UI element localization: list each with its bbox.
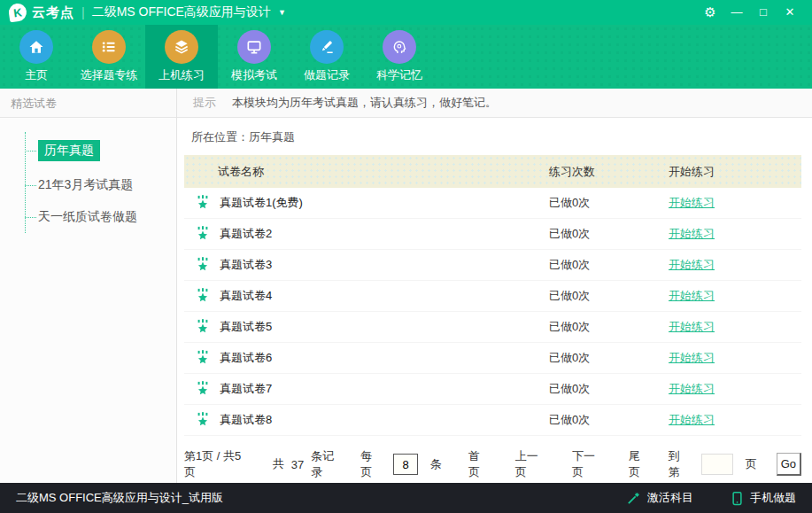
- practice-count: 已做0次: [549, 288, 669, 304]
- tree-item-past-papers[interactable]: 历年真题: [26, 132, 176, 169]
- stack-icon: [165, 30, 198, 64]
- start-practice-link[interactable]: 开始练习: [669, 413, 715, 426]
- nav-label: 做题记录: [304, 67, 350, 83]
- main-navbar: 主页 选择题专练 上机练习 模拟考试 做题记录: [0, 25, 812, 89]
- table-row: 真题试卷7 已做0次 开始练习: [184, 374, 801, 405]
- pagination-bar: 第1页 / 共5页 共 37 条记录 每页 条 首页 上一页 下一页 尾页 到第…: [184, 448, 801, 480]
- list-icon: [92, 30, 126, 64]
- prev-page-button[interactable]: 上一页: [515, 448, 545, 480]
- nav-item-memory[interactable]: 科学记忆: [363, 25, 436, 89]
- paper-name: 真题试卷2: [220, 226, 272, 242]
- titlebar: K 云考点 | 二级MS OFFICE高级应用与设计 ▼ ⚙ — □ ✕: [0, 0, 812, 25]
- hint-label: 提示: [193, 95, 216, 111]
- header-practice-count: 练习次数: [549, 164, 669, 180]
- paper-name: 真题试卷1(免费): [220, 195, 303, 211]
- page-info: 第1页 / 共5页: [184, 448, 244, 480]
- paper-name: 真题试卷3: [220, 257, 272, 273]
- nav-item-mock-exam[interactable]: 模拟考试: [218, 25, 290, 89]
- logo-text: 云考点: [32, 4, 74, 21]
- next-page-button[interactable]: 下一页: [572, 448, 602, 480]
- star-medal-icon: [195, 195, 211, 211]
- nav-label: 模拟考试: [231, 67, 277, 83]
- app-window: K 云考点 | 二级MS OFFICE高级应用与设计 ▼ ⚙ — □ ✕ 主页 …: [0, 0, 812, 513]
- star-medal-icon: [195, 350, 211, 366]
- mobile-practice-label: 手机做题: [750, 490, 796, 506]
- header-start-practice: 开始练习: [669, 164, 801, 180]
- tree-item-label: 天一纸质试卷做题: [38, 209, 137, 225]
- per-page-prefix: 每页: [360, 448, 381, 480]
- header-paper-name: 试卷名称: [184, 164, 549, 180]
- paper-name: 真题试卷8: [220, 412, 272, 428]
- start-practice-link[interactable]: 开始练习: [669, 258, 715, 271]
- app-title: 二级MS OFFICE高级应用与设计: [92, 4, 271, 20]
- main-panel: 提示 本模块均为历年考试真题，请认真练习，做好笔记。 所在位置：历年真题 试卷名…: [177, 89, 812, 483]
- monitor-icon: [237, 30, 271, 64]
- breadcrumb: 所在位置：历年真题: [191, 129, 812, 145]
- paper-name: 真题试卷4: [220, 288, 272, 304]
- content-area: 精选试卷 历年真题 21年3月考试真题 天一纸质试卷做题 提示 本模块均为历年考…: [0, 89, 812, 483]
- goto-prefix: 到第: [669, 448, 689, 480]
- practice-count: 已做0次: [549, 319, 669, 335]
- hint-text: 本模块均为历年考试真题，请认真练习，做好笔记。: [232, 95, 497, 111]
- nav-item-computer-practice[interactable]: 上机练习: [145, 25, 218, 89]
- star-medal-icon: [195, 226, 211, 242]
- start-practice-link[interactable]: 开始练习: [669, 227, 715, 240]
- mobile-practice-button[interactable]: 手机做题: [731, 490, 796, 506]
- phone-icon: [731, 491, 744, 506]
- table-row: 真题试卷6 已做0次 开始练习: [184, 343, 801, 374]
- papers-table: 试卷名称 练习次数 开始练习 真题试卷1(免费) 已做0次 开始练习 真题试卷2…: [184, 155, 801, 436]
- go-button[interactable]: Go: [777, 453, 801, 476]
- first-page-button[interactable]: 首页: [468, 448, 489, 480]
- star-medal-icon: [195, 257, 211, 273]
- title-separator: |: [81, 5, 85, 19]
- star-medal-icon: [195, 288, 211, 304]
- paper-name: 真题试卷7: [220, 381, 272, 397]
- per-page-suffix: 条: [430, 456, 442, 472]
- records-suffix: 条记录: [311, 448, 341, 480]
- maximize-button[interactable]: □: [750, 0, 777, 25]
- total-prefix: 共: [273, 456, 284, 472]
- tree-item-tianyi-paper[interactable]: 天一纸质试卷做题: [26, 201, 176, 233]
- minimize-button[interactable]: —: [723, 0, 750, 25]
- nav-item-home[interactable]: 主页: [0, 25, 73, 89]
- nav-item-records[interactable]: 做题记录: [290, 25, 363, 89]
- practice-count: 已做0次: [549, 381, 669, 397]
- tree-item-label: 21年3月考试真题: [38, 177, 133, 193]
- nav-label: 选择题专练: [81, 67, 138, 83]
- per-page-input[interactable]: [393, 454, 418, 475]
- table-row: 真题试卷3 已做0次 开始练习: [184, 250, 801, 281]
- start-practice-link[interactable]: 开始练习: [669, 320, 715, 333]
- start-practice-link[interactable]: 开始练习: [669, 351, 715, 364]
- nav-label: 主页: [25, 67, 48, 83]
- status-left-text: 二级MS OFFICE高级应用与设计_试用版: [16, 490, 223, 506]
- nav-label: 上机练习: [159, 67, 205, 83]
- table-row: 真题试卷4 已做0次 开始练习: [184, 281, 801, 312]
- table-row: 真题试卷8 已做0次 开始练习: [184, 405, 801, 436]
- close-button[interactable]: ✕: [777, 0, 803, 25]
- table-header-row: 试卷名称 练习次数 开始练习: [184, 155, 801, 188]
- total-count: 37: [291, 458, 304, 471]
- activate-subject-button[interactable]: 激活科目: [626, 490, 693, 506]
- tree-item-label: 历年真题: [38, 140, 100, 161]
- nav-item-choice-practice[interactable]: 选择题专练: [73, 25, 145, 89]
- paper-name: 真题试卷5: [220, 319, 272, 335]
- practice-count: 已做0次: [549, 412, 669, 428]
- start-practice-link[interactable]: 开始练习: [669, 196, 715, 209]
- breadcrumb-label: 所在位置：: [191, 130, 249, 144]
- practice-count: 已做0次: [549, 226, 669, 242]
- star-medal-icon: [195, 381, 211, 397]
- goto-page-input[interactable]: [701, 454, 733, 475]
- tree-item-2103-exam[interactable]: 21年3月考试真题: [26, 169, 176, 201]
- home-icon: [19, 30, 53, 64]
- practice-count: 已做0次: [549, 257, 669, 273]
- start-practice-link[interactable]: 开始练习: [669, 289, 715, 302]
- settings-gear-icon[interactable]: ⚙: [697, 0, 723, 25]
- start-practice-link[interactable]: 开始练习: [669, 382, 715, 395]
- nav-label: 科学记忆: [376, 67, 422, 83]
- last-page-button[interactable]: 尾页: [629, 448, 649, 480]
- paper-name: 真题试卷6: [220, 350, 272, 366]
- pencil-icon: [310, 30, 344, 64]
- activate-subject-label: 激活科目: [647, 490, 693, 506]
- title-dropdown-caret[interactable]: ▼: [278, 8, 286, 17]
- breadcrumb-value: 历年真题: [249, 130, 295, 144]
